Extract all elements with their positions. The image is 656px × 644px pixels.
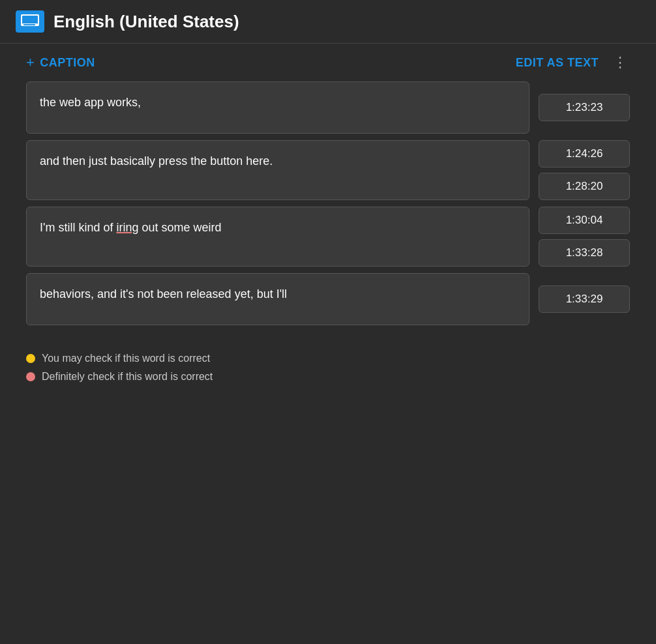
more-options-button[interactable]: ⋮ [610,54,630,71]
red-dot-icon [26,372,35,381]
caption-row: the web app works, 1:23:23 [26,81,630,134]
svg-rect-1 [22,16,38,25]
page-title: English (United States) [53,12,239,32]
content-area: the web app works, 1:23:23 and then just… [0,81,656,332]
edit-as-text-button[interactable]: EDIT AS TEXT [516,56,599,70]
edit-as-text-label: EDIT AS TEXT [516,56,599,69]
legend-label-red: Definitely check if this word is correct [42,371,213,383]
caption-text: the web app works, [40,94,141,111]
timestamps-col: 1:33:29 [539,273,630,325]
timestamp-box[interactable]: 1:33:29 [539,285,630,313]
add-caption-button[interactable]: + CAPTION [26,55,95,70]
caption-text: I'm still kind of iring out some weird [40,219,222,237]
caption-text-box[interactable]: the web app works, [26,81,529,134]
caption-row: I'm still kind of iring out some weird 1… [26,207,630,267]
caption-row: and then just basically press the button… [26,140,630,200]
caption-text: and then just basically press the button… [40,153,273,170]
legend-item-yellow: You may check if this word is correct [26,353,630,364]
add-caption-label: CAPTION [40,56,95,70]
yellow-dot-icon [26,354,35,363]
timestamp-box[interactable]: 1:30:04 [539,207,630,234]
timestamps-col: 1:23:23 [539,81,630,134]
toolbar: + CAPTION EDIT AS TEXT ⋮ [0,44,656,81]
more-icon: ⋮ [613,54,627,70]
timestamps-col: 1:30:04 1:33:28 [539,207,630,267]
caption-text: behaviors, and it's not been released ye… [40,285,287,303]
legend-area: You may check if this word is correct De… [0,337,656,398]
caption-text-box[interactable]: and then just basically press the button… [26,140,529,200]
timestamp-box[interactable]: 1:23:23 [539,94,630,121]
plus-icon: + [26,55,35,70]
toolbar-right: EDIT AS TEXT ⋮ [516,54,630,71]
app-header: English (United States) [0,0,656,44]
legend-item-red: Definitely check if this word is correct [26,371,630,383]
toolbar-left: + CAPTION [26,55,95,70]
timestamp-box[interactable]: 1:33:28 [539,239,630,267]
svg-rect-3 [23,24,35,25]
legend-label-yellow: You may check if this word is correct [42,353,210,364]
caption-row: behaviors, and it's not been released ye… [26,273,630,325]
caption-text-box[interactable]: I'm still kind of iring out some weird [26,207,529,267]
timestamp-box[interactable]: 1:28:20 [539,173,630,200]
caption-text-box[interactable]: behaviors, and it's not been released ye… [26,273,529,325]
misspelled-word: iring [116,221,138,234]
timestamps-col: 1:24:26 1:28:20 [539,140,630,200]
caption-icon [16,10,44,33]
timestamp-box[interactable]: 1:24:26 [539,140,630,168]
